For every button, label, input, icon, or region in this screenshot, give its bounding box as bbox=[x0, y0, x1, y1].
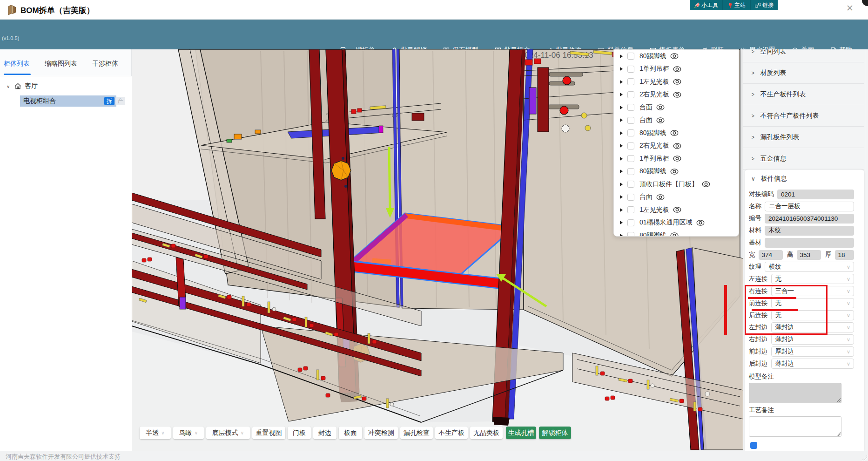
produce-badge[interactable]: 产 bbox=[115, 97, 125, 105]
select-后连接[interactable]: 无∨ bbox=[771, 310, 855, 320]
bottom-checkbox[interactable] bbox=[750, 442, 757, 449]
select-纹理[interactable]: 横纹∨ bbox=[765, 262, 854, 272]
viewport-button-生成孔槽[interactable]: 生成孔槽 bbox=[506, 427, 536, 439]
expand-triangle-icon[interactable] bbox=[620, 157, 623, 161]
eye-icon[interactable] bbox=[673, 156, 681, 162]
item-checkbox[interactable] bbox=[627, 142, 634, 149]
eye-icon[interactable] bbox=[673, 207, 681, 213]
close-icon[interactable]: ✕ bbox=[846, 4, 854, 13]
viewport-button-解锁柜体[interactable]: 解锁柜体 bbox=[539, 427, 571, 439]
viewport-button-板面[interactable]: 板面 bbox=[339, 427, 362, 439]
expand-triangle-icon[interactable] bbox=[620, 67, 623, 71]
item-checkbox[interactable] bbox=[627, 168, 634, 175]
tab-干涉柜体[interactable]: 干涉柜体 bbox=[92, 60, 118, 68]
eye-icon[interactable] bbox=[673, 66, 681, 72]
item-checkbox[interactable] bbox=[627, 181, 634, 188]
section-panel-info[interactable]: ∨ 板件信息 bbox=[745, 169, 864, 188]
quicklink-rocket[interactable]: 小工具 bbox=[690, 0, 722, 10]
eye-icon[interactable] bbox=[656, 117, 665, 123]
item-checkbox[interactable] bbox=[627, 91, 634, 98]
expand-triangle-icon[interactable] bbox=[620, 234, 623, 237]
parts-list-item[interactable]: 台面 bbox=[614, 114, 739, 127]
expand-triangle-icon[interactable] bbox=[620, 118, 623, 122]
parts-list-item[interactable]: 80踢脚线 bbox=[614, 229, 739, 237]
tab-缩略图列表[interactable]: 缩略图列表 bbox=[45, 60, 77, 68]
viewport-button-重置视图[interactable]: 重置视图 bbox=[252, 427, 285, 439]
eye-icon[interactable] bbox=[670, 169, 679, 175]
parts-list-item[interactable]: 顶收口板件【门板】 bbox=[614, 178, 739, 191]
expand-triangle-icon[interactable] bbox=[620, 131, 623, 135]
eye-icon[interactable] bbox=[696, 220, 705, 226]
select-右连接[interactable]: 三合一∨ bbox=[771, 286, 855, 296]
select-后封边[interactable]: 薄封边∨ bbox=[771, 359, 855, 369]
viewport-button-封边[interactable]: 封边 bbox=[313, 427, 336, 439]
eye-icon[interactable] bbox=[673, 92, 681, 98]
parts-list-item[interactable]: 80踢脚线 bbox=[614, 50, 739, 63]
parts-list-item[interactable]: 1左见光板 bbox=[614, 203, 739, 217]
eye-icon[interactable] bbox=[673, 79, 681, 85]
viewport-button-无品类板[interactable]: 无品类板 bbox=[470, 427, 503, 439]
parts-list-item[interactable]: 2右见光板 bbox=[614, 88, 739, 102]
expand-triangle-icon[interactable] bbox=[620, 106, 623, 109]
section-五金信息[interactable]: >五金信息 bbox=[743, 148, 864, 169]
parts-list-item[interactable]: 1单列吊柜 bbox=[614, 152, 739, 165]
item-checkbox[interactable] bbox=[627, 53, 634, 60]
section-材质列表[interactable]: >材质列表 bbox=[743, 62, 864, 84]
item-checkbox[interactable] bbox=[627, 219, 634, 226]
select-左封边[interactable]: 薄封边∨ bbox=[771, 322, 855, 332]
item-checkbox[interactable] bbox=[627, 129, 634, 136]
quicklink-pin[interactable]: 主站 bbox=[722, 0, 750, 10]
chevron-down-icon[interactable]: ∨ bbox=[7, 84, 10, 88]
split-badge[interactable]: 拆 bbox=[104, 97, 114, 105]
eye-icon[interactable] bbox=[656, 104, 665, 110]
item-checkbox[interactable] bbox=[627, 104, 634, 111]
viewport-button-门板[interactable]: 门板 bbox=[288, 427, 311, 439]
expand-triangle-icon[interactable] bbox=[620, 54, 623, 58]
eye-icon[interactable] bbox=[673, 143, 681, 149]
expand-triangle-icon[interactable] bbox=[620, 144, 623, 148]
scrollbar[interactable] bbox=[865, 49, 865, 451]
quicklink-link[interactable]: 链接 bbox=[750, 0, 778, 10]
select-前连接[interactable]: 无∨ bbox=[771, 298, 855, 308]
textarea-工艺备注[interactable] bbox=[749, 416, 841, 437]
eye-icon[interactable] bbox=[702, 181, 710, 187]
expand-triangle-icon[interactable] bbox=[620, 208, 623, 212]
parts-list-item[interactable]: 台面 bbox=[614, 191, 739, 204]
select-左连接[interactable]: 无∨ bbox=[771, 274, 855, 284]
viewport-button-冲突检测[interactable]: 冲突检测 bbox=[364, 427, 398, 439]
item-checkbox[interactable] bbox=[627, 232, 634, 237]
tree-node-room[interactable]: ∨ 客厅 bbox=[0, 80, 132, 92]
parts-list-item[interactable]: 80踢脚线 bbox=[614, 165, 739, 178]
item-checkbox[interactable] bbox=[627, 206, 634, 213]
expand-triangle-icon[interactable] bbox=[620, 80, 623, 84]
expand-triangle-icon[interactable] bbox=[620, 169, 623, 173]
item-checkbox[interactable] bbox=[627, 66, 634, 73]
item-checkbox[interactable] bbox=[627, 78, 634, 85]
tab-柜体列表[interactable]: 柜体列表 bbox=[4, 60, 30, 68]
item-checkbox[interactable] bbox=[627, 155, 634, 162]
viewport-button-底层模式[interactable]: 底层模式∨ bbox=[206, 427, 250, 439]
expand-triangle-icon[interactable] bbox=[620, 93, 623, 96]
eye-icon[interactable] bbox=[670, 53, 679, 59]
expand-triangle-icon[interactable] bbox=[620, 195, 623, 199]
parts-list-item[interactable]: 01榻榻米通用区域 bbox=[614, 217, 739, 230]
parts-list-item[interactable]: 1左见光板 bbox=[614, 75, 739, 88]
item-checkbox[interactable] bbox=[627, 117, 634, 124]
parts-list-item[interactable]: 1单列吊柜 bbox=[614, 63, 739, 76]
section-不生产板件列表[interactable]: >不生产板件列表 bbox=[743, 84, 864, 105]
3d-viewport[interactable]: 2024-11-06 16:53.13 bbox=[132, 49, 743, 451]
viewport-button-不生产板[interactable]: 不生产板 bbox=[435, 427, 468, 439]
item-checkbox[interactable] bbox=[627, 194, 634, 201]
viewport-button-鸟瞰[interactable]: 鸟瞰∨ bbox=[173, 427, 204, 439]
resize-grip[interactable] bbox=[862, 455, 867, 460]
select-右封边[interactable]: 薄封边∨ bbox=[771, 334, 855, 345]
section-不符合生产板件列表[interactable]: >不符合生产板件列表 bbox=[743, 105, 864, 127]
parts-list-item[interactable]: 80踢脚线 bbox=[614, 127, 739, 140]
section-漏孔板件列表[interactable]: >漏孔板件列表 bbox=[743, 127, 864, 148]
viewport-button-漏孔检查[interactable]: 漏孔检查 bbox=[400, 427, 433, 439]
parts-list-item[interactable]: 台面 bbox=[614, 101, 739, 114]
input-名称[interactable]: 二合一层板 bbox=[765, 202, 854, 211]
eye-icon[interactable] bbox=[670, 130, 679, 136]
viewport-button-半透[interactable]: 半透∨ bbox=[140, 427, 171, 439]
select-前封边[interactable]: 厚封边∨ bbox=[771, 346, 855, 357]
